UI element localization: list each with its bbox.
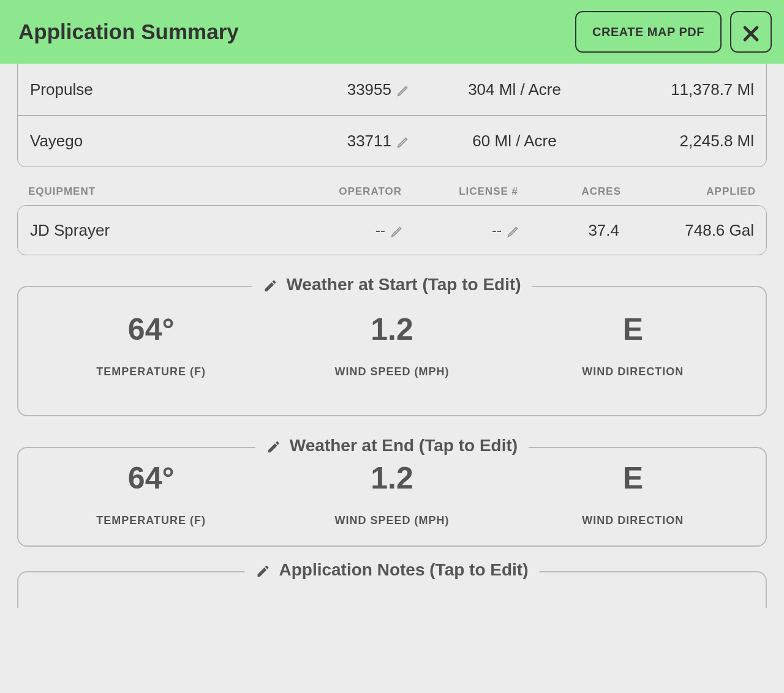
license-value: -- xyxy=(492,222,502,239)
winddir-value: E xyxy=(513,460,753,496)
application-notes-panel[interactable]: Application Notes (Tap to Edit) xyxy=(17,571,767,608)
product-table: Propulse 33955 304 Ml / Acre 11,378.7 Ml… xyxy=(17,64,767,167)
content-area: Propulse 33955 304 Ml / Acre 11,378.7 Ml… xyxy=(0,64,784,608)
header-bar: Application Summary CREATE MAP PDF xyxy=(0,0,784,64)
pencil-icon xyxy=(266,436,281,455)
equipment-name: JD Sprayer xyxy=(30,221,287,240)
temp-label: TEMPERATURE (F) xyxy=(31,365,271,378)
equipment-row: JD Sprayer -- -- 37.4 748.6 Gal xyxy=(30,206,754,255)
weather-start-legend: Weather at Start (Tap to Edit) xyxy=(252,275,532,294)
create-map-pdf-button[interactable]: CREATE MAP PDF xyxy=(575,11,722,53)
operator-value: -- xyxy=(375,222,385,239)
product-total: 11,378.7 Ml xyxy=(619,80,754,99)
pencil-icon xyxy=(255,560,270,580)
header-acres: ACRES xyxy=(518,185,646,198)
weather-start-grid: 64° TEMPERATURE (F) 1.2 WIND SPEED (MPH)… xyxy=(31,312,753,378)
weather-end-legend: Weather at End (Tap to Edit) xyxy=(255,436,529,455)
weather-start-panel[interactable]: Weather at Start (Tap to Edit) 64° TEMPE… xyxy=(17,286,767,416)
notes-title: Application Notes (Tap to Edit) xyxy=(279,560,528,580)
windspeed-cell: 1.2 WIND SPEED (MPH) xyxy=(271,312,512,378)
product-total: 2,245.8 Ml xyxy=(619,132,754,151)
product-code: 33711 xyxy=(347,132,391,151)
temp-label: TEMPERATURE (F) xyxy=(31,514,271,527)
temp-cell: 64° TEMPERATURE (F) xyxy=(31,460,271,527)
temp-cell: 64° TEMPERATURE (F) xyxy=(31,312,271,378)
pencil-icon xyxy=(263,275,277,294)
winddir-label: WIND DIRECTION xyxy=(513,365,753,378)
equipment-box: JD Sprayer -- -- 37.4 748.6 Gal xyxy=(17,205,767,255)
product-code-cell: 33711 xyxy=(275,132,410,151)
equipment-license: -- xyxy=(404,222,520,239)
product-rate: 60 Ml / Acre xyxy=(410,132,619,151)
header-operator: OPERATOR xyxy=(285,185,402,198)
winddir-cell: E WIND DIRECTION xyxy=(513,460,753,527)
product-row: Propulse 33955 304 Ml / Acre 11,378.7 Ml xyxy=(18,64,766,115)
winddir-label: WIND DIRECTION xyxy=(513,514,753,527)
equipment-applied: 748.6 Gal xyxy=(644,221,754,240)
close-button[interactable] xyxy=(730,11,772,53)
product-row: Vayego 33711 60 Ml / Acre 2,245.8 Ml xyxy=(18,115,766,167)
header-applied: APPLIED xyxy=(646,185,756,198)
windspeed-value: 1.2 xyxy=(271,312,512,347)
header-actions: CREATE MAP PDF xyxy=(575,11,772,53)
equipment-headers: EQUIPMENT OPERATOR LICENSE # ACRES APPLI… xyxy=(17,167,767,205)
windspeed-cell: 1.2 WIND SPEED (MPH) xyxy=(271,460,512,527)
windspeed-label: WIND SPEED (MPH) xyxy=(271,365,512,378)
equipment-acres: 37.4 xyxy=(520,221,644,240)
windspeed-value: 1.2 xyxy=(271,460,512,496)
windspeed-label: WIND SPEED (MPH) xyxy=(271,514,512,527)
pencil-icon[interactable] xyxy=(390,222,404,239)
product-name: Propulse xyxy=(30,80,275,99)
notes-legend: Application Notes (Tap to Edit) xyxy=(244,560,539,580)
weather-end-title: Weather at End (Tap to Edit) xyxy=(290,436,518,455)
close-icon xyxy=(741,18,761,46)
product-code-cell: 33955 xyxy=(275,80,410,99)
winddir-value: E xyxy=(513,312,753,347)
pencil-icon[interactable] xyxy=(396,132,410,151)
weather-end-grid: 64° TEMPERATURE (F) 1.2 WIND SPEED (MPH)… xyxy=(31,460,753,527)
product-rate: 304 Ml / Acre xyxy=(410,80,619,99)
page-title: Application Summary xyxy=(18,20,239,44)
pencil-icon[interactable] xyxy=(507,222,520,239)
weather-end-panel[interactable]: Weather at End (Tap to Edit) 64° TEMPERA… xyxy=(17,447,767,547)
temp-value: 64° xyxy=(31,460,271,496)
pencil-icon[interactable] xyxy=(396,80,410,99)
weather-start-title: Weather at Start (Tap to Edit) xyxy=(286,275,521,294)
temp-value: 64° xyxy=(31,312,271,347)
header-equipment: EQUIPMENT xyxy=(28,185,285,198)
equipment-operator: -- xyxy=(287,222,404,239)
product-code: 33955 xyxy=(347,80,391,99)
product-name: Vayego xyxy=(30,132,275,151)
header-license: LICENSE # xyxy=(402,185,518,198)
winddir-cell: E WIND DIRECTION xyxy=(513,312,753,378)
